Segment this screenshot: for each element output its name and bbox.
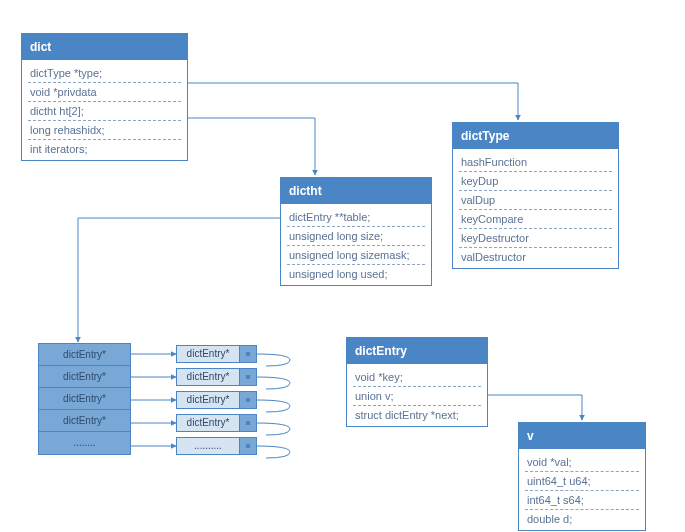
bucket-cell: dictEntry* — [39, 410, 130, 432]
dictht-field-size: unsigned long size; — [287, 227, 425, 246]
bucket-cell: dictEntry* — [39, 366, 130, 388]
node-ptr — [240, 415, 256, 431]
dict-field-type: dictType *type; — [28, 64, 181, 83]
dict-title: dict — [22, 34, 187, 60]
bucket-array: dictEntry* dictEntry* dictEntry* dictEnt… — [38, 343, 131, 455]
list-node: dictEntry* — [176, 391, 257, 409]
node-label: dictEntry* — [177, 415, 240, 431]
dictht-field-used: unsigned long used; — [287, 265, 425, 283]
dictEntry-title: dictEntry — [347, 338, 487, 364]
diagram: dict dictType *type; void *privdata dict… — [0, 0, 685, 532]
dict-field-privdata: void *privdata — [28, 83, 181, 102]
node-label: dictEntry* — [177, 346, 240, 362]
v-field-s64: int64_t s64; — [525, 491, 639, 510]
list-node: .......... — [176, 437, 257, 455]
dict-field-rehashidx: long rehashidx; — [28, 121, 181, 140]
bucket-cell: ........ — [39, 432, 130, 454]
node-ptr — [240, 369, 256, 385]
list-node: dictEntry* — [176, 414, 257, 432]
dictEntry-field-union: union v; — [353, 387, 481, 406]
v-field-val: void *val; — [525, 453, 639, 472]
dictType-field-keyDup: keyDup — [459, 172, 612, 191]
dictEntry-field-next: struct dictEntry *next; — [353, 406, 481, 424]
entity-v: v void *val; uint64_t u64; int64_t s64; … — [518, 422, 646, 531]
v-field-d: double d; — [525, 510, 639, 528]
dictht-field-sizemask: unsigned long sizemask; — [287, 246, 425, 265]
dictht-field-table: dictEntry **table; — [287, 208, 425, 227]
bucket-cell: dictEntry* — [39, 388, 130, 410]
dictType-field-hashFunction: hashFunction — [459, 153, 612, 172]
dictType-field-keyCompare: keyCompare — [459, 210, 612, 229]
entity-dictht: dictht dictEntry **table; unsigned long … — [280, 177, 432, 286]
dictht-title: dictht — [281, 178, 431, 204]
node-ptr — [240, 438, 256, 454]
dictType-title: dictType — [453, 123, 618, 149]
node-label: dictEntry* — [177, 369, 240, 385]
v-title: v — [519, 423, 645, 449]
dictType-field-keyDestructor: keyDestructor — [459, 229, 612, 248]
list-node: dictEntry* — [176, 368, 257, 386]
node-ptr — [240, 346, 256, 362]
dictEntry-field-key: void *key; — [353, 368, 481, 387]
bucket-cell: dictEntry* — [39, 344, 130, 366]
dictType-field-valDestructor: valDestructor — [459, 248, 612, 266]
v-field-u64: uint64_t u64; — [525, 472, 639, 491]
entity-dictType: dictType hashFunction keyDup valDup keyC… — [452, 122, 619, 269]
node-label: dictEntry* — [177, 392, 240, 408]
node-ptr — [240, 392, 256, 408]
entity-dict: dict dictType *type; void *privdata dict… — [21, 33, 188, 161]
node-label: .......... — [177, 438, 240, 454]
entity-dictEntry: dictEntry void *key; union v; struct dic… — [346, 337, 488, 427]
dict-field-ht: dictht ht[2]; — [28, 102, 181, 121]
list-node: dictEntry* — [176, 345, 257, 363]
dictType-field-valDup: valDup — [459, 191, 612, 210]
dict-field-iterators: int iterators; — [28, 140, 181, 158]
